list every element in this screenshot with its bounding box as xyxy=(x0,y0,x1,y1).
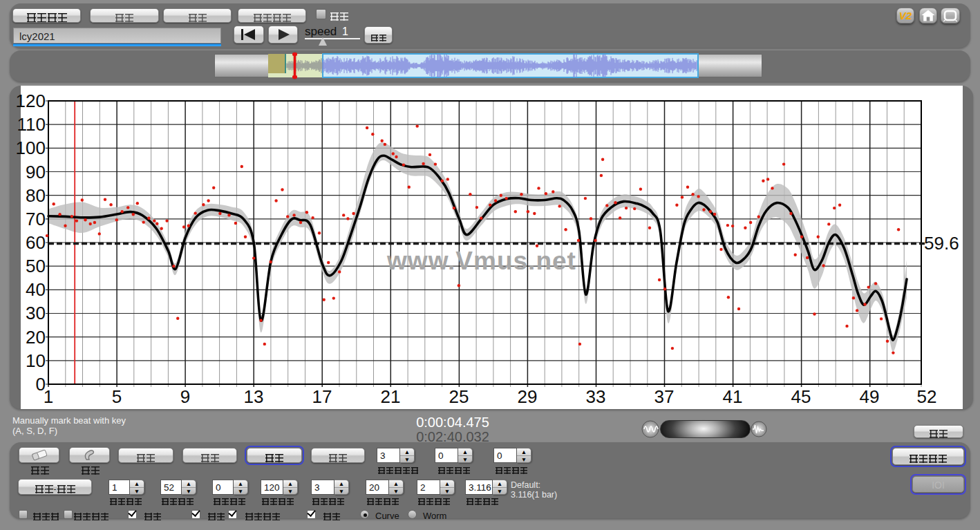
svg-text:80: 80 xyxy=(26,185,46,206)
svg-text:9: 9 xyxy=(180,386,190,407)
svg-text:33: 33 xyxy=(586,386,606,407)
svg-text:120: 120 xyxy=(16,91,46,111)
svg-text:20: 20 xyxy=(26,327,46,348)
svg-text:25: 25 xyxy=(449,386,469,407)
svg-text:49: 49 xyxy=(860,386,880,407)
svg-text:59.6: 59.6 xyxy=(924,233,959,254)
svg-text:45: 45 xyxy=(791,386,811,407)
svg-text:41: 41 xyxy=(723,386,743,407)
svg-text:29: 29 xyxy=(518,386,538,407)
svg-text:13: 13 xyxy=(244,386,264,407)
svg-text:110: 110 xyxy=(17,114,46,135)
svg-text:60: 60 xyxy=(26,232,46,253)
svg-text:17: 17 xyxy=(312,386,332,407)
svg-text:21: 21 xyxy=(381,386,401,407)
svg-text:90: 90 xyxy=(26,162,46,182)
svg-text:52: 52 xyxy=(917,386,937,407)
svg-text:1: 1 xyxy=(44,386,53,407)
svg-text:5: 5 xyxy=(112,386,122,407)
svg-text:50: 50 xyxy=(26,256,46,276)
svg-text:www.Vmus.net: www.Vmus.net xyxy=(386,247,576,275)
svg-text:10: 10 xyxy=(26,350,46,371)
svg-text:37: 37 xyxy=(654,386,675,407)
svg-text:100: 100 xyxy=(16,138,46,158)
svg-text:70: 70 xyxy=(26,209,46,229)
svg-text:40: 40 xyxy=(26,279,46,300)
svg-text:30: 30 xyxy=(26,303,46,323)
